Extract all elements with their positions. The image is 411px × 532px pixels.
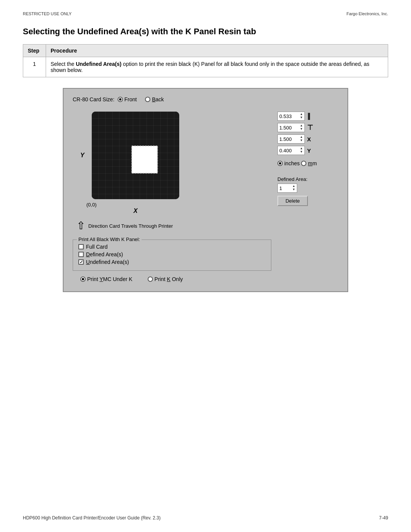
spinbox-y-row: 0.400 ▲ ▼ Y bbox=[277, 146, 338, 155]
mm-radio[interactable]: mm bbox=[301, 160, 317, 166]
print-k-only-radio[interactable]: Print K Only bbox=[148, 276, 183, 282]
height-icon: ⊤ bbox=[307, 123, 313, 132]
undefined-area-label: Undefined Area(s) bbox=[86, 259, 129, 265]
spinbox-width-value: 0.533 bbox=[279, 113, 292, 119]
spinbox-x-arrows[interactable]: ▲ ▼ bbox=[300, 136, 303, 142]
width-icon: ∥ bbox=[307, 112, 311, 120]
y-axis-label: Y bbox=[80, 152, 84, 159]
undefined-area-checkbox[interactable]: ✓ bbox=[78, 259, 84, 265]
print-black-group: Print All Black With K Panel: Full Card … bbox=[73, 240, 271, 271]
footer-left: HDP600 High Definition Card Printer/Enco… bbox=[23, 515, 161, 521]
spinbox-height-arrows[interactable]: ▲ ▼ bbox=[300, 124, 303, 131]
card-size-label: CR-80 Card Size: bbox=[73, 96, 115, 102]
page-footer: HDP600 High Definition Card Printer/Enco… bbox=[23, 515, 388, 521]
units-group: inches mm bbox=[277, 160, 338, 168]
col-step-header: Step bbox=[23, 45, 46, 57]
direction-text: Direction Card Travels Through Printer bbox=[88, 223, 173, 229]
spinbox-height-value: 1.500 bbox=[279, 125, 292, 131]
procedure-text: Select the Undefined Area(s) option to p… bbox=[46, 57, 388, 77]
spinbox-x-value: 1.500 bbox=[279, 136, 292, 142]
y-position-icon: Y bbox=[307, 147, 311, 154]
defined-area-spinbox[interactable]: 1 ▲ ▼ bbox=[277, 184, 297, 193]
spinbox-x[interactable]: 1.500 ▲ ▼ bbox=[277, 134, 305, 144]
print-k-only-radio-circle bbox=[148, 276, 153, 282]
print-k-only-label: Print K Only bbox=[155, 276, 183, 282]
page-header: RESTRICTED USE ONLY Fargo Electronics, I… bbox=[23, 11, 388, 16]
x-axis-label: X bbox=[134, 208, 138, 214]
card-size-row: CR-80 Card Size: Front Back bbox=[73, 96, 338, 102]
spinbox-height[interactable]: 1.500 ▲ ▼ bbox=[277, 123, 305, 132]
inches-radio-circle bbox=[277, 161, 283, 166]
defined-area-label: Defined Area(s) bbox=[86, 251, 123, 257]
canvas-area: Y bbox=[73, 108, 271, 271]
print-ymc-label: Print YMC Under K bbox=[87, 276, 132, 282]
main-content: Y bbox=[73, 108, 338, 271]
defined-area-arrows[interactable]: ▲ ▼ bbox=[292, 185, 295, 192]
header-left: RESTRICTED USE ONLY bbox=[23, 11, 72, 16]
spinbox-width-arrows[interactable]: ▲ ▼ bbox=[300, 113, 303, 120]
mm-radio-circle bbox=[301, 161, 306, 166]
svg-rect-2 bbox=[132, 146, 158, 173]
header-right: Fargo Electronics, Inc. bbox=[347, 11, 388, 16]
bottom-radio-row: Print YMC Under K Print K Only bbox=[73, 276, 338, 282]
spinbox-width[interactable]: 0.533 ▲ ▼ bbox=[277, 112, 305, 121]
full-card-checkbox[interactable] bbox=[78, 244, 84, 249]
footer-right: 7-49 bbox=[379, 515, 388, 521]
full-card-label: Full Card bbox=[86, 244, 108, 250]
defined-area-value: 1 bbox=[279, 185, 282, 191]
spin-down[interactable]: ▼ bbox=[300, 128, 303, 131]
spinbox-y-value: 0.400 bbox=[279, 148, 292, 153]
inches-radio[interactable]: inches bbox=[277, 160, 299, 166]
spin-down[interactable]: ▼ bbox=[300, 150, 303, 154]
checkbox-undefined-area[interactable]: ✓ Undefined Area(s) bbox=[78, 259, 266, 265]
front-radio-label: Front bbox=[124, 96, 137, 102]
back-radio-label: Back bbox=[152, 96, 164, 102]
arrow-up-icon: ⇧ bbox=[76, 220, 85, 231]
back-radio[interactable]: Back bbox=[145, 96, 164, 102]
mm-label: mm bbox=[308, 160, 317, 166]
right-controls: 0.533 ▲ ▼ ∥ 1.500 ▲ ▼ bbox=[277, 108, 338, 206]
spinbox-x-row: 1.500 ▲ ▼ X bbox=[277, 134, 338, 144]
spin-down[interactable]: ▼ bbox=[300, 116, 303, 120]
screenshot-box: CR-80 Card Size: Front Back Y bbox=[63, 88, 348, 292]
print-ymc-radio[interactable]: Print YMC Under K bbox=[80, 276, 132, 282]
spinbox-y-arrows[interactable]: ▲ ▼ bbox=[300, 147, 303, 154]
table-row: 1 Select the Undefined Area(s) option to… bbox=[23, 57, 388, 77]
front-radio-circle bbox=[118, 97, 123, 102]
print-black-legend: Print All Black With K Panel: bbox=[77, 236, 142, 242]
grid-card: Y bbox=[92, 112, 179, 199]
x-position-icon: X bbox=[307, 136, 311, 142]
defined-area-title: Defined Area: bbox=[277, 176, 338, 182]
spin-down[interactable]: ▼ bbox=[292, 188, 295, 192]
origin-label: (0,0) bbox=[86, 202, 97, 208]
spinbox-height-row: 1.500 ▲ ▼ ⊤ bbox=[277, 123, 338, 132]
defined-area-group: Defined Area: 1 ▲ ▼ Delete bbox=[277, 174, 338, 206]
section-title: Selecting the Undefined Area(s) with the… bbox=[23, 27, 388, 37]
step-number: 1 bbox=[23, 57, 46, 77]
delete-button[interactable]: Delete bbox=[277, 196, 308, 206]
spinbox-width-row: 0.533 ▲ ▼ ∥ bbox=[277, 112, 338, 121]
col-procedure-header: Procedure bbox=[46, 45, 388, 57]
direction-row: ⇧ Direction Card Travels Through Printer bbox=[76, 220, 271, 231]
defined-area-spinbox-row: 1 ▲ ▼ bbox=[277, 184, 338, 193]
procedure-table: Step Procedure 1 Select the Undefined Ar… bbox=[23, 44, 388, 77]
checkbox-full-card[interactable]: Full Card bbox=[78, 244, 266, 250]
back-radio-circle bbox=[145, 97, 150, 102]
front-radio[interactable]: Front bbox=[118, 96, 137, 102]
inches-label: inches bbox=[284, 160, 299, 166]
print-ymc-radio-circle bbox=[80, 276, 86, 282]
spin-down[interactable]: ▼ bbox=[300, 139, 303, 142]
spinbox-y[interactable]: 0.400 ▲ ▼ bbox=[277, 146, 305, 155]
grid-background bbox=[92, 112, 179, 199]
defined-area-checkbox[interactable] bbox=[78, 252, 84, 257]
checkbox-defined-area[interactable]: Defined Area(s) bbox=[78, 251, 266, 257]
